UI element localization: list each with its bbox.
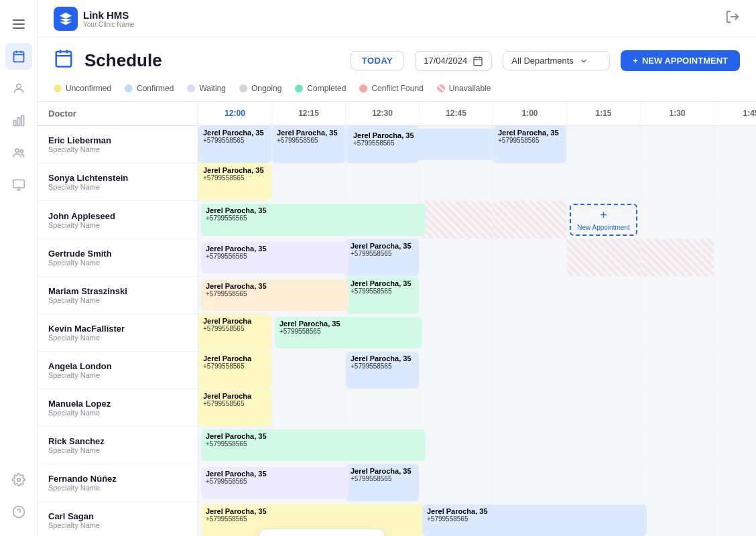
sidebar — [0, 0, 38, 536]
department-select[interactable]: All Departments — [503, 51, 610, 70]
appt-name: Jerel Parocha — [203, 354, 267, 362]
waiting-dot — [187, 84, 195, 92]
appt-cell-span[interactable]: Jerel Parocha, 35 +5799558565 — [198, 427, 272, 464]
empty-cell — [493, 314, 567, 351]
doctor-name: Fernando Núñez — [48, 474, 187, 484]
appt-cell[interactable]: Jerel Parocha, 35 +5799558565 — [272, 126, 346, 163]
appt-phone: +5799558565 — [498, 137, 562, 144]
ongoing-label: Ongoing — [251, 84, 281, 93]
empty-cell — [641, 126, 714, 163]
doctor-cell-mariam: Mariam Straszinski Specialty Name — [38, 277, 198, 314]
appt-cell[interactable]: Jerel Parocha, 35 +5799558565 — [346, 277, 420, 314]
today-button[interactable]: TODAY — [351, 51, 405, 70]
doctor-cell-fernando: Fernando Núñez Specialty Name — [38, 464, 198, 501]
appt-cell[interactable]: Jerel Parocha, 35 +5799558565 — [346, 352, 420, 389]
doctor-spec: Specialty Name — [48, 446, 187, 454]
grid-header: Doctor 12:00 12:15 12:30 12:45 1:00 1:15… — [38, 102, 756, 126]
legend-waiting: Waiting — [187, 84, 226, 93]
empty-cell — [420, 126, 493, 163]
date-picker[interactable]: 17/04/2024 — [415, 51, 492, 71]
context-patient-confirmed[interactable]: Patient Confirmed — [259, 529, 384, 536]
legend-completed: Completed — [295, 84, 346, 93]
sidebar-item-patients[interactable] — [5, 75, 32, 102]
appt-phone: +5799558565 — [351, 362, 414, 370]
appt-cell-span[interactable]: Jerel Parocha, 35 +5799558565 — [346, 126, 420, 163]
time-header-1215: 12:15 — [272, 102, 346, 125]
empty-cell — [641, 277, 714, 314]
plus-icon: + — [600, 208, 607, 222]
sidebar-item-settings[interactable] — [5, 466, 32, 493]
appt-cell[interactable]: Jerel Parocha, 35 +5799558565 — [346, 239, 420, 276]
main-content: Link HMS Your Clinic Name Schedule TODAY… — [38, 0, 756, 536]
appt-name: Jerel Parocha, 35 — [427, 507, 642, 515]
empty-cell — [641, 352, 714, 389]
unavailable-cell — [641, 239, 714, 276]
sidebar-menu-toggle[interactable] — [5, 11, 32, 38]
appt-cell[interactable]: Jerel Parocha +5799558565 — [198, 389, 272, 426]
appt-cell[interactable]: Jerel Parocha, 35 +5799558565 — [198, 163, 272, 200]
empty-cell — [493, 427, 567, 464]
empty-cell — [567, 464, 641, 501]
empty-cell — [567, 163, 641, 200]
unavailable-label: Unavailable — [449, 84, 491, 93]
empty-cell — [567, 427, 641, 464]
appt-cell[interactable]: Jerel Parocha +5799558565 — [198, 314, 272, 351]
doctor-spec: Specialty Name — [48, 183, 187, 191]
empty-cell — [641, 163, 714, 200]
empty-cell — [420, 239, 493, 276]
legend-row: Unconfirmed Confirmed Waiting Ongoing Co… — [54, 84, 740, 101]
legend-unavailable: Unavailable — [437, 84, 491, 93]
page-title: Schedule — [84, 50, 162, 71]
appt-cell-span[interactable]: Jerel Parocha, 35 +5799558565 — [420, 502, 493, 536]
doctor-cell-eric: Eric Lieberman Specialty Name — [38, 126, 198, 163]
plus-icon: + — [633, 56, 638, 66]
sidebar-item-schedule[interactable] — [5, 43, 32, 70]
new-appointment-button[interactable]: + NEW APPOINTMENT — [621, 50, 740, 71]
sidebar-item-monitor[interactable] — [5, 172, 32, 198]
appt-cell[interactable]: Jerel Parocha, 35 +5799558565 — [198, 126, 272, 163]
schedule-header: Schedule TODAY 17/04/2024 All Department… — [38, 38, 756, 102]
appt-name: Jerel Parocha — [203, 392, 267, 400]
appt-cell-span[interactable]: Jerel Parocha, 35 +5799556565 — [198, 201, 272, 239]
table-row: Rick Sanchez Specialty Name Jerel Paroch… — [38, 427, 756, 464]
doctor-cell-carl: Carl Sagan Specialty Name — [38, 502, 198, 536]
appt-cell-span[interactable]: Jerel Parocha, 35 +5799558565 — [198, 277, 272, 314]
appt-phone: +5799558565 — [203, 174, 267, 182]
appt-cell[interactable]: Jerel Parocha, 35 +5799558565 — [493, 126, 567, 163]
confirmed-dot — [125, 84, 133, 92]
appt-cell-span[interactable]: Jerel Parocha, 35 +5799556565 — [198, 239, 272, 276]
table-row: John Appleseed Specialty Name Jerel Paro… — [38, 201, 756, 239]
svg-rect-1 — [13, 23, 25, 25]
doctor-spec: Specialty Name — [48, 259, 187, 267]
empty-cell — [493, 239, 567, 276]
empty-cell — [641, 389, 714, 426]
sidebar-item-analytics[interactable] — [5, 107, 32, 134]
svg-rect-2 — [13, 27, 25, 29]
time-header-145: 1:45 — [714, 102, 756, 125]
schedule-grid[interactable]: Doctor 12:00 12:15 12:30 12:45 1:00 1:15… — [38, 102, 756, 536]
appt-cell-span[interactable]: Jerel Parocha, 35 +5799558565 — [198, 464, 272, 501]
doctor-name: Eric Lieberman — [48, 135, 187, 145]
sidebar-item-help[interactable] — [5, 498, 32, 525]
appt-name: Jerel Parocha, 35 — [203, 166, 267, 174]
new-appointment-placeholder[interactable]: + New Appointment — [570, 204, 637, 236]
appt-phone: +5799558565 — [351, 475, 414, 482]
empty-cell — [272, 389, 346, 426]
new-appt-cell[interactable]: + New Appointment — [567, 201, 641, 239]
appt-phone: +5799558565 — [351, 250, 414, 257]
context-menu: Patient Confirmed Patient Arrived Comple… — [259, 529, 385, 536]
doctor-name: Manuela Lopez — [48, 399, 187, 409]
topbar: Link HMS Your Clinic Name — [38, 0, 756, 38]
svg-rect-24 — [474, 57, 482, 65]
appt-cell[interactable]: Jerel Parocha +5799558565 — [198, 352, 272, 389]
doctor-cell-kevin: Kevin MacFallister Specialty Name — [38, 314, 198, 351]
logout-icon[interactable] — [725, 9, 740, 27]
appt-name: Jerel Parocha, 35 — [351, 354, 414, 362]
appt-cell-span[interactable]: Jerel Parocha, 35 +5799558565 — [272, 314, 346, 351]
sidebar-item-groups[interactable] — [5, 139, 32, 166]
appt-cell[interactable]: Jerel Parocha, 35 +5799558565 — [346, 464, 420, 501]
svg-point-12 — [20, 149, 23, 152]
empty-cell — [420, 427, 493, 464]
doctor-column-header: Doctor — [38, 102, 198, 125]
appt-phone: +5799558565 — [203, 325, 267, 332]
